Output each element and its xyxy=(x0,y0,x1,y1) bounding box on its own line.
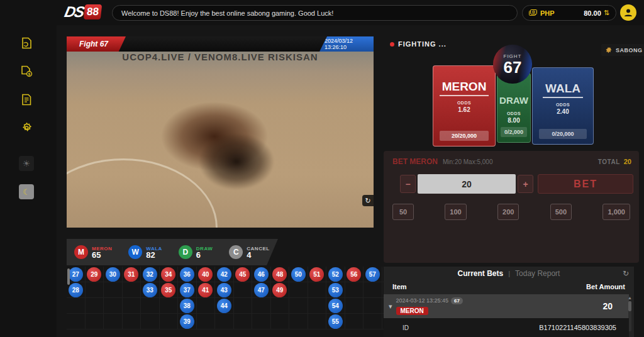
col-item: Item xyxy=(392,283,407,290)
gear-icon xyxy=(21,122,33,134)
chip-row: 501002005001,000 xyxy=(392,204,630,220)
bet-amount-input[interactable] xyxy=(418,174,516,194)
trend-result-31: 31 xyxy=(124,267,138,282)
chip-1000[interactable]: 1,000 xyxy=(602,204,630,220)
decrease-bet-button[interactable]: − xyxy=(400,175,416,193)
bet-selection-title: BET MERON xyxy=(392,157,438,166)
stat-text: CANCEL4 xyxy=(247,246,269,258)
sidebar-item-settings[interactable] xyxy=(19,120,34,135)
trend-cell: 55 xyxy=(326,314,345,329)
trend-cell: 51 xyxy=(308,267,327,282)
user-avatar[interactable] xyxy=(620,4,636,21)
meron-odds-value: 1.62 xyxy=(458,106,470,113)
fight-number-badge: Fight 67 xyxy=(67,36,126,52)
trend-cell: 28 xyxy=(67,282,86,298)
sidebar-item-rules[interactable] xyxy=(19,92,34,107)
live-video-player[interactable]: UCOP4.LIVE / VENOM8.LIVE RISKISAN ↻ Figh… xyxy=(67,36,374,228)
ds88-logo[interactable]: DS 88 xyxy=(65,3,101,21)
trend-cell: 53 xyxy=(326,282,345,298)
chip-100[interactable]: 100 xyxy=(445,204,466,220)
trend-cell: 52 xyxy=(326,267,345,282)
sidebar-item-transactions[interactable]: $ xyxy=(19,64,34,79)
trend-cell xyxy=(364,282,382,298)
trend-result-45: 45 xyxy=(235,267,250,282)
wala-odds-value: 2.40 xyxy=(557,108,569,115)
wala-title: WALA xyxy=(543,82,583,98)
current-bets-panel: Current Bets | Today Report ↻ Item Bet A… xyxy=(384,267,634,337)
theme-light-toggle[interactable]: ☀ xyxy=(19,156,34,171)
trend-result-50: 50 xyxy=(291,267,306,282)
trend-cell: 41 xyxy=(197,282,216,298)
trend-result-34: 34 xyxy=(161,267,175,282)
draw-limit: 0/2,000 xyxy=(501,127,527,137)
bet-button[interactable]: BET xyxy=(538,174,633,194)
trend-cell: 45 xyxy=(234,267,253,282)
scroll-up-icon[interactable]: ▲ xyxy=(628,296,632,300)
tab-current-bets[interactable]: Current Bets xyxy=(458,269,504,278)
stat-bubble: M xyxy=(74,245,88,259)
meron-bet-card[interactable]: MERON ODDS 1.62 20/20,000 xyxy=(433,65,496,146)
theme-dark-toggle[interactable]: ☾ xyxy=(19,184,34,199)
provider-badge[interactable]: SABONG xyxy=(601,44,644,56)
report-icon xyxy=(21,37,32,49)
trend-cell xyxy=(123,314,142,329)
trend-cell xyxy=(271,314,290,329)
bet-time: 2024-03-12 13:25:45 xyxy=(396,297,449,304)
fight-number: 67 xyxy=(504,59,522,75)
trend-cell xyxy=(160,298,179,314)
tab-separator: | xyxy=(508,270,510,277)
bet-side-badge: MERON xyxy=(396,307,428,315)
trend-result-28: 28 xyxy=(69,283,83,297)
bets-tabs: Current Bets | Today Report xyxy=(384,269,634,278)
trend-cell xyxy=(123,298,142,314)
chip-50[interactable]: 50 xyxy=(392,204,414,220)
trend-cell xyxy=(345,314,364,329)
trend-cell: 33 xyxy=(141,282,160,298)
trend-result-38: 38 xyxy=(180,299,194,313)
balance-value: 80.00 xyxy=(584,9,601,17)
refresh-balance-icon[interactable]: ⇅ xyxy=(604,9,609,17)
increase-bet-button[interactable]: + xyxy=(518,175,533,193)
trend-cell: 31 xyxy=(123,267,142,282)
trend-result-54: 54 xyxy=(328,299,343,313)
trend-scrollbar[interactable] xyxy=(67,268,70,285)
tab-today-report[interactable]: Today Report xyxy=(515,269,560,278)
wallet-pill[interactable]: PHP 80.00 ⇅ xyxy=(522,5,616,21)
scrollbar-thumb[interactable] xyxy=(628,301,631,311)
col-bet-amount: Bet Amount xyxy=(586,283,625,290)
provider-label: SABONG xyxy=(616,47,643,53)
chip-200[interactable]: 200 xyxy=(497,204,519,220)
refresh-bets-icon[interactable]: ↻ xyxy=(623,269,629,278)
status-dot xyxy=(390,42,394,47)
bet-detail-row: ID B1710221145803839305 xyxy=(384,318,629,337)
draw-odds-value: 8.00 xyxy=(508,117,519,124)
trend-result-53: 53 xyxy=(328,283,343,297)
chip-500[interactable]: 500 xyxy=(550,204,572,220)
wala-bet-card[interactable]: WALA ODDS 2.40 0/20,000 xyxy=(532,67,594,145)
meron-odds-label: ODDS xyxy=(457,101,471,105)
bet-id-value: B1710221145803839305 xyxy=(539,324,616,331)
trend-cell: 38 xyxy=(178,298,197,314)
wala-limit: 0/20,000 xyxy=(539,129,587,139)
trend-result-48: 48 xyxy=(272,267,287,282)
fight-status: FIGHTING ... xyxy=(390,40,447,48)
trend-cell xyxy=(308,298,327,314)
stat-bubble: W xyxy=(128,245,142,259)
trend-cell: 44 xyxy=(215,298,234,314)
video-frame: UCOP4.LIVE / VENOM8.LIVE RISKISAN ↻ xyxy=(67,52,374,228)
trend-result-56: 56 xyxy=(347,267,361,282)
bet-row[interactable]: ▾ 2024-03-12 13:25:45 67 MERON 20 xyxy=(384,294,629,318)
trend-cell xyxy=(234,282,253,298)
trend-cell xyxy=(289,314,308,329)
chevron-down-icon[interactable]: ▾ xyxy=(389,302,392,311)
trend-cell: 49 xyxy=(271,282,290,298)
stat-draw: DDRAW6 xyxy=(179,245,213,259)
left-sidebar: $ ☀ ☾ xyxy=(0,25,57,337)
bet-panel: BET MERON Min:20 Max:5,000 TOTAL 20 − + … xyxy=(384,151,639,263)
sun-icon: ☀ xyxy=(23,158,31,168)
rooster-icon xyxy=(606,47,613,54)
trend-result-37: 37 xyxy=(180,283,194,297)
sidebar-item-bet-records[interactable] xyxy=(19,35,34,50)
trend-result-47: 47 xyxy=(254,283,269,297)
rotate-video-button[interactable]: ↻ xyxy=(362,195,374,206)
